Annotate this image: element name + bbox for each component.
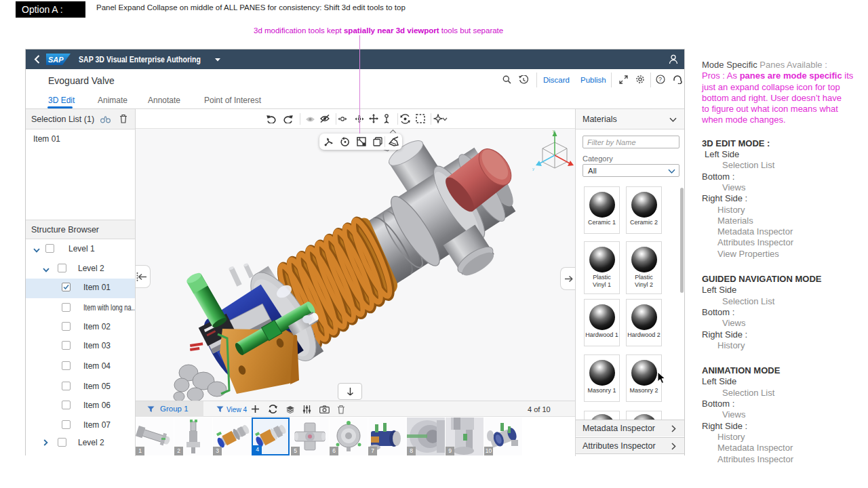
svg-text:y: y [532, 167, 534, 171]
svg-text:SAP: SAP [48, 56, 64, 64]
svg-text:?: ? [658, 76, 662, 83]
svg-text:y: y [553, 129, 555, 133]
